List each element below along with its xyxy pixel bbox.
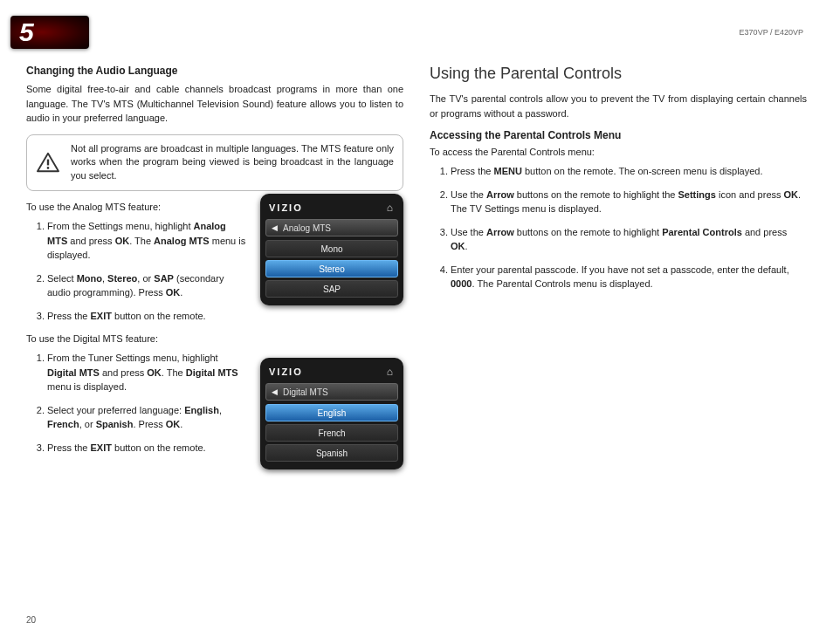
right-heading: Accessing the Parental Controls Menu — [430, 129, 807, 141]
menu-breadcrumb: ◀ Digital MTS — [265, 383, 398, 401]
back-arrow-icon: ◀ — [272, 223, 278, 232]
tv-logo: VIZIO — [269, 202, 303, 213]
home-icon: ⌂ — [387, 202, 393, 214]
chapter-badge: 5 — [10, 16, 89, 49]
left-heading: Changing the Audio Language — [26, 65, 403, 77]
section-title: Using the Parental Controls — [430, 65, 807, 83]
menu-item-spanish: Spanish — [265, 444, 398, 462]
back-arrow-icon: ◀ — [272, 387, 278, 396]
parental-steps: Press the MENU button on the remote. The… — [430, 164, 807, 291]
right-column: Using the Parental Controls The TV's par… — [430, 65, 807, 465]
menu-breadcrumb: ◀ Analog MTS — [265, 219, 398, 236]
digital-mts-menu: VIZIO ⌂ ◀ Digital MTS English French Spa… — [260, 358, 403, 469]
home-icon: ⌂ — [387, 366, 393, 378]
page-number: 20 — [26, 615, 36, 625]
parental-step-1: Press the MENU button on the remote. The… — [451, 164, 807, 179]
svg-rect-1 — [47, 168, 49, 170]
parental-step-2: Use the Arrow buttons on the remote to h… — [451, 188, 807, 216]
warning-icon — [36, 152, 60, 173]
left-column: Changing the Audio Language Some digital… — [26, 65, 403, 465]
menu-item-french: French — [265, 424, 398, 442]
menu-item-sap: SAP — [265, 280, 398, 298]
note-text: Not all programs are broadcast in multip… — [71, 143, 394, 182]
model-header: E370VP / E420VP — [740, 28, 803, 37]
access-line: To access the Parental Controls menu: — [430, 147, 807, 157]
svg-rect-0 — [47, 160, 49, 166]
chapter-number: 5 — [19, 17, 34, 47]
tv-logo: VIZIO — [269, 367, 303, 377]
menu-item-mono: Mono — [265, 240, 398, 257]
menu-item-stereo: Stereo — [265, 260, 398, 277]
left-intro: Some digital free-to-air and cable chann… — [26, 82, 403, 126]
parental-step-4: Enter your parental passcode. If you hav… — [451, 263, 807, 291]
digital-intro: To use the Digital MTS feature: — [26, 333, 403, 344]
note-box: Not all programs are broadcast in multip… — [26, 134, 403, 192]
analog-step-3: Press the EXIT button on the remote. — [47, 309, 403, 324]
parental-step-3: Use the Arrow buttons on the remote to h… — [451, 225, 807, 254]
analog-mts-menu: VIZIO ⌂ ◀ Analog MTS Mono Stereo SAP — [260, 194, 403, 305]
menu-sub-label: Analog MTS — [283, 223, 331, 233]
right-intro: The TV's parental controls allow you to … — [430, 92, 807, 120]
menu-sub-label: Digital MTS — [283, 387, 328, 397]
menu-item-english: English — [265, 404, 398, 421]
